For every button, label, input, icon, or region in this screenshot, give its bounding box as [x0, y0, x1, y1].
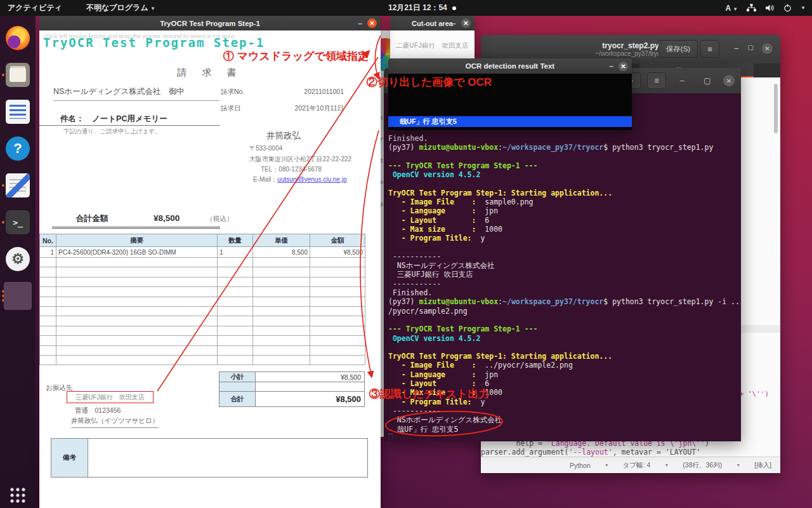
terminal-line: --- TryOCR Test Program Step-1 --- — [388, 324, 740, 333]
app-menu[interactable]: 不明なプログラム ▼ — [86, 3, 155, 13]
subtotal-value: ¥8,500 — [256, 372, 365, 382]
terminal-line: (py37) mizutu@ubuntu-vbox:~/workspace_py… — [388, 143, 740, 152]
invoice-image-canvas[interactable]: Click left mouse button and drag the poi… — [39, 30, 381, 508]
close-icon[interactable]: ✕ — [619, 62, 628, 71]
close-icon[interactable]: ✕ — [762, 43, 773, 54]
hamburger-menu-icon[interactable]: ≡ — [700, 40, 719, 58]
editor-statusbar: Python▼ タブ幅: 4▼ (38行、36列)▼ [挿入] — [481, 457, 780, 473]
statusbar-language[interactable]: Python — [570, 462, 591, 469]
volume-icon[interactable] — [765, 4, 775, 12]
table-row: 1PC4-25600(DDR4-3200) 16GB SO-DIMM18,500… — [40, 247, 365, 258]
dock-item-files[interactable] — [0, 58, 36, 92]
column-header: 摘要 — [56, 234, 218, 247]
dock-item-text-editor[interactable] — [0, 168, 36, 203]
maximize-button[interactable]: ▢ — [748, 44, 754, 51]
terminal-line: - Layout : 6 — [388, 216, 740, 225]
dock-item-firefox[interactable] — [0, 21, 36, 55]
tryocr-titlebar[interactable]: TryOCR Test Program Step-1 – ✕ — [39, 16, 381, 30]
input-method-indicator[interactable]: A ▼ — [726, 4, 738, 13]
save-button[interactable]: 保存(S) — [658, 40, 698, 58]
ime-label: A — [726, 4, 731, 13]
grand-total-value: ¥8,500 — [154, 213, 180, 223]
issuer-email-link[interactable]: uutsuni@venus.ciu.ne.jp — [277, 176, 346, 183]
chevron-down-icon: ▼ — [664, 463, 669, 467]
terminal-line: 哉UF」行 忠引支5 — [388, 425, 740, 434]
table-empty-row — [40, 306, 365, 316]
invoice-subject: 件名： ノートPC用メモリー — [60, 114, 167, 124]
dock-item-help[interactable]: ? — [0, 131, 36, 166]
bank-account: 普通 0123456 — [75, 406, 121, 415]
terminal-line — [388, 179, 740, 188]
minimize-button[interactable]: – — [358, 20, 362, 27]
dock-item-tryocr-app[interactable] — [0, 279, 36, 313]
tryocr-app-icon — [4, 282, 32, 310]
invoice-date-label: 請求日 — [221, 104, 241, 113]
terminal-output: Finished.(py37) mizutu@ubuntu-vbox:~/wor… — [388, 134, 740, 441]
editor-scrollbar[interactable] — [774, 84, 778, 133]
minimize-button[interactable]: – — [452, 20, 456, 27]
tax-included-note: （税込） — [206, 215, 233, 224]
power-icon[interactable] — [783, 4, 792, 12]
notification-dot — [452, 6, 456, 10]
ocr-result-selected-row[interactable]: 哉UF」行 忠引支5 — [388, 116, 632, 127]
remarks-box: 備考 — [51, 438, 368, 478]
table-empty-row — [40, 326, 365, 335]
terminal-line — [388, 243, 740, 252]
program-title-overlay: TryOCR Test Program Step-1 — [43, 36, 265, 50]
activities-button[interactable]: アクティビティ — [8, 3, 62, 13]
tax-label — [219, 382, 256, 392]
editor-subtitle: ~/workspace_py37/tryocr — [595, 50, 665, 57]
close-icon[interactable]: ✕ — [461, 18, 471, 28]
terminal-line: - Max size : 1000 — [388, 225, 740, 234]
statusbar-tabwidth[interactable]: タブ幅: 4 — [623, 461, 651, 470]
grand-total-row: 合計金額 ¥8,500 （税込） — [76, 213, 260, 224]
issuer-zip: 〒533-0004 — [249, 144, 282, 153]
dock-item-libreoffice-writer[interactable] — [0, 95, 36, 129]
terminal-line: - Language : jpn — [388, 370, 740, 379]
chevron-down-icon[interactable]: ▼ — [801, 5, 806, 11]
hamburger-menu-icon[interactable]: ≡ — [647, 72, 666, 89]
close-icon[interactable]: ✕ — [723, 75, 735, 86]
cutout-titlebar[interactable]: Cut-out area – ✕ — [390, 16, 475, 30]
libreoffice-writer-icon — [6, 100, 30, 124]
terminal-line: - Layout : 6 — [388, 379, 740, 388]
ocr-titlebar[interactable]: OCR detection result Text – ✕ — [388, 58, 632, 74]
invoice-date-row: 請求日 2021年10月11日 — [221, 104, 344, 113]
chevron-down-icon: ▼ — [150, 6, 155, 11]
show-applications-button[interactable] — [10, 488, 25, 503]
network-icon[interactable] — [747, 4, 756, 12]
terminal-body[interactable]: Finished.(py37) mizutu@ubuntu-vbox:~/wor… — [384, 93, 741, 441]
terminal-line: TryOCR Test Program Step-1: Starting app… — [388, 189, 740, 197]
minimize-button[interactable]: – — [609, 63, 613, 69]
remarks-label: 備考 — [51, 439, 88, 477]
minimize-button[interactable]: – — [734, 44, 738, 53]
minimize-button[interactable]: – — [672, 72, 691, 89]
gnome-top-bar: アクティビティ 不明なプログラム ▼ 12月21日 12：54 A ▼ ▼ — [0, 0, 812, 16]
terminal-line: OpenCV version 4.5.2 — [388, 170, 740, 179]
total-value: ¥8,500 — [256, 392, 365, 407]
table-empty-row — [40, 277, 365, 286]
terminal-line: NSホポールディングス株式会社 — [388, 415, 740, 424]
table-empty-row — [40, 258, 365, 267]
close-icon[interactable]: ✕ — [367, 18, 377, 28]
chevron-down-icon: ▼ — [605, 463, 609, 467]
terminal-icon: >_ — [6, 210, 30, 234]
terminal-line: - Max size : 1000 — [388, 388, 740, 397]
terminal-line — [388, 316, 740, 324]
clock[interactable]: 12月21日 12：54 — [388, 3, 456, 13]
ocr-result-list: 哉UF」行 忠引支5 — [388, 74, 632, 130]
dock-item-settings[interactable]: ⚙ — [0, 242, 36, 276]
terminal-line — [388, 343, 740, 352]
code-line: parser.add_argument('--layout', metavar … — [481, 448, 780, 457]
invoice-items-table: No.摘要数量単価金額1PC4-25600(DDR4-3200) 16GB SO… — [39, 234, 365, 365]
dock-item-terminal[interactable]: >_ — [0, 205, 36, 239]
terminal-line: (py37) mizutu@ubuntu-vbox:~/workspace_py… — [388, 297, 740, 306]
app-menu-label: 不明なプログラム — [86, 3, 148, 12]
maximize-button[interactable]: ▢ — [698, 72, 717, 89]
ocr-result-window: OCR detection result Text – ✕ 哉UF」行 忠引支5 — [388, 58, 632, 130]
subtotal-label: 小計 — [219, 372, 256, 382]
table-empty-row — [40, 355, 365, 364]
terminal-line: --- TryOCR Test Program Step-1 --- — [388, 161, 740, 170]
table-empty-row — [40, 287, 365, 297]
selected-cut-area-box[interactable]: 三菱UFJ銀行 吹田支店 — [67, 391, 154, 403]
